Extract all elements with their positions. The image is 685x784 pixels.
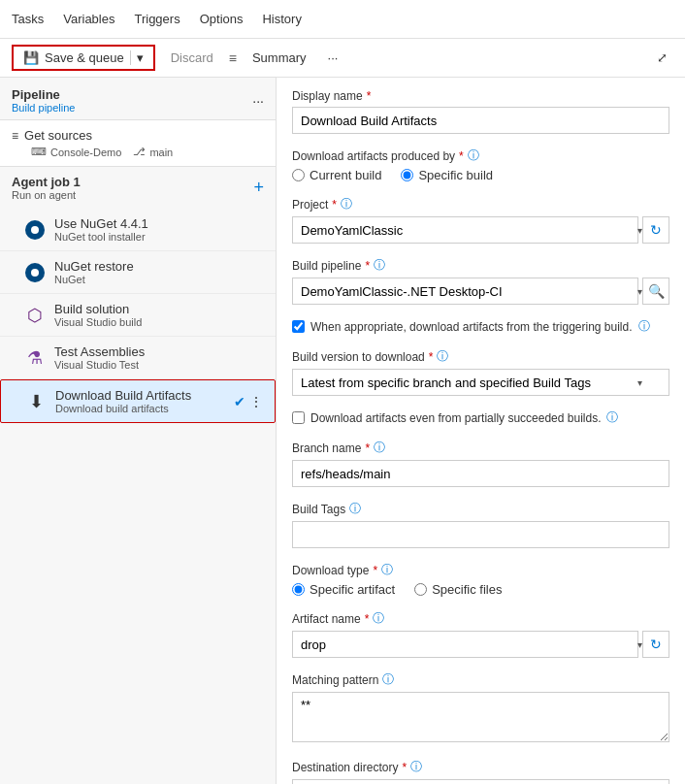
triggering-build-checkbox[interactable]: When appropriate, download artifacts fro… [292, 318, 669, 335]
download-type-radio-group: Specific artifact Specific files [292, 582, 669, 597]
download-type-label: Download type * ⓘ [292, 562, 669, 578]
radio-specific-build-input[interactable] [401, 169, 413, 181]
discard-button[interactable]: Discard [163, 47, 221, 69]
artifact-name-select[interactable]: drop [292, 631, 638, 658]
radio-specific-files-input[interactable] [414, 583, 427, 596]
matching-pattern-textarea[interactable]: ** [292, 692, 669, 742]
info-icon[interactable]: ⓘ [374, 440, 385, 456]
build-pipeline-select-wrapper: DemoYamlClassic-.NET Desktop-CI ▾ 🔍 [292, 278, 669, 305]
get-sources-title: Get sources [24, 128, 92, 143]
toolbar: 💾 Save & queue ▾ Discard ≡ Summary ··· ⤢ [0, 39, 685, 78]
pipeline-title: Pipeline [12, 87, 75, 102]
project-group: Project * ⓘ DemoYamlClassic ▾ ↻ [292, 196, 669, 244]
triggering-build-group: When appropriate, download artifacts fro… [292, 318, 669, 335]
required-indicator: * [365, 612, 370, 626]
save-icon: 💾 [23, 50, 39, 65]
required-indicator: * [367, 89, 372, 103]
required-indicator: * [429, 350, 434, 364]
build-pipeline-select[interactable]: DemoYamlClassic-.NET Desktop-CI [292, 278, 638, 305]
radio-specific-files[interactable]: Specific files [414, 582, 502, 597]
display-name-input[interactable] [292, 107, 669, 134]
radio-specific-artifact-input[interactable] [292, 583, 305, 596]
destination-directory-input[interactable] [292, 779, 669, 784]
partial-build-group: Download artifacts even from partially s… [292, 409, 669, 426]
summary-button[interactable]: Summary [245, 47, 314, 69]
task-item-download[interactable]: ⬇ Download Build Artifacts Download buil… [0, 379, 276, 423]
nav-options[interactable]: Options [200, 8, 244, 30]
more-button[interactable]: ··· [322, 47, 344, 69]
info-icon[interactable]: ⓘ [410, 759, 422, 775]
artifacts-produced-by-label: Download artifacts produced by * ⓘ [292, 147, 669, 164]
agent-job-subtitle: Run on agent [12, 189, 81, 201]
project-refresh-button[interactable]: ↻ [642, 216, 669, 244]
save-queue-dropdown-arrow[interactable]: ▾ [130, 50, 144, 65]
info-icon[interactable]: ⓘ [374, 257, 385, 274]
task-item[interactable]: ⚗ Test Assemblies Visual Studio Test [0, 337, 276, 379]
task-more-button[interactable]: ⋮ [249, 394, 263, 409]
task-icon-vs: ⬡ [23, 304, 47, 327]
nav-tasks[interactable]: Tasks [12, 8, 44, 30]
artifact-name-refresh-button[interactable]: ↻ [642, 631, 669, 658]
add-task-button[interactable]: + [253, 178, 264, 198]
task-name: Download Build Artifacts [55, 388, 226, 403]
info-icon[interactable]: ⓘ [382, 671, 394, 688]
task-sub: NuGet [54, 274, 264, 285]
partial-build-checkbox[interactable]: Download artifacts even from partially s… [292, 409, 669, 426]
task-list: Use NuGet 4.4.1 NuGet tool installer NuG… [0, 209, 276, 784]
info-icon[interactable]: ⓘ [341, 196, 352, 212]
get-sources[interactable]: ≡ Get sources ⌨ Console-Demo ⎇ main [0, 119, 276, 167]
required-indicator: * [402, 761, 407, 774]
get-sources-meta: ⌨ Console-Demo ⎇ main [12, 146, 264, 158]
branch-name-input[interactable] [292, 460, 669, 487]
lines-icon: ≡ [229, 50, 237, 66]
build-version-group: Build version to download * ⓘ Latest fro… [292, 348, 669, 396]
expand-button[interactable]: ⤢ [651, 47, 673, 69]
required-indicator: * [459, 149, 464, 163]
build-version-select-wrapper: Latest from specific branch and specifie… [292, 369, 669, 396]
save-queue-button[interactable]: 💾 Save & queue ▾ [12, 45, 155, 71]
pipeline-header: Pipeline Build pipeline ··· [0, 78, 276, 119]
get-sources-branch: ⎇ main [133, 146, 173, 158]
info-icon[interactable]: ⓘ [349, 501, 361, 517]
agent-job: Agent job 1 Run on agent + [0, 167, 276, 209]
nav-history[interactable]: History [262, 8, 301, 30]
partial-build-input[interactable] [292, 411, 305, 424]
get-sources-header: ≡ Get sources [12, 128, 264, 143]
display-name-label: Display name * [292, 89, 669, 103]
radio-specific-build[interactable]: Specific build [401, 168, 493, 182]
radio-current-build[interactable]: Current build [292, 168, 381, 182]
build-pipeline-search-button[interactable]: 🔍 [642, 278, 669, 305]
destination-directory-label: Destination directory * ⓘ [292, 759, 669, 775]
info-icon[interactable]: ⓘ [437, 348, 448, 365]
get-sources-repo: ⌨ Console-Demo [31, 146, 121, 158]
artifact-name-group: Artifact name * ⓘ drop ▾ ↻ [292, 610, 669, 658]
artifact-name-select-wrapper: drop ▾ ↻ [292, 631, 669, 658]
nav-variables[interactable]: Variables [63, 8, 114, 30]
build-version-select[interactable]: Latest from specific branch and specifie… [292, 369, 669, 396]
build-tags-input[interactable] [292, 521, 669, 548]
task-item[interactable]: ⬡ Build solution Visual Studio build [0, 294, 276, 337]
main-layout: Pipeline Build pipeline ··· ≡ Get source… [0, 78, 685, 784]
task-sub: Visual Studio Test [54, 359, 264, 371]
right-panel: Display name * Download artifacts produc… [277, 78, 685, 784]
nav-triggers[interactable]: Triggers [134, 8, 179, 30]
info-icon[interactable]: ⓘ [373, 610, 384, 627]
branch-name-group: Branch name * ⓘ [292, 440, 669, 487]
pipeline-info: Pipeline Build pipeline [12, 87, 75, 114]
info-icon[interactable]: ⓘ [638, 318, 650, 335]
pipeline-more-button[interactable]: ··· [252, 93, 264, 109]
radio-specific-artifact[interactable]: Specific artifact [292, 582, 395, 597]
info-icon[interactable]: ⓘ [606, 409, 618, 426]
triggering-build-input[interactable] [292, 320, 305, 333]
project-select[interactable]: DemoYamlClassic [292, 216, 638, 244]
task-item[interactable]: Use NuGet 4.4.1 NuGet tool installer [0, 209, 276, 251]
info-icon[interactable]: ⓘ [381, 562, 393, 578]
build-pipeline-group: Build pipeline * ⓘ DemoYamlClassic-.NET … [292, 257, 669, 305]
required-indicator: * [365, 441, 370, 455]
build-pipeline-label: Build pipeline * ⓘ [292, 257, 669, 274]
task-item[interactable]: NuGet restore NuGet [0, 251, 276, 294]
info-icon[interactable]: ⓘ [468, 147, 479, 164]
task-name: NuGet restore [54, 259, 264, 274]
radio-current-build-input[interactable] [292, 169, 305, 181]
required-indicator: * [373, 564, 377, 577]
